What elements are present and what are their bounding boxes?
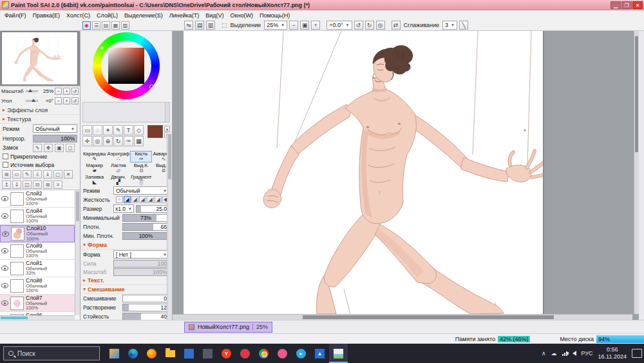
- nav-angle-slider[interactable]: [26, 100, 38, 102]
- tray-chevron-icon[interactable]: ∧: [542, 350, 546, 357]
- file-explorer-icon[interactable]: [161, 344, 180, 363]
- move-layer-down-icon[interactable]: ↧: [12, 181, 21, 189]
- persistence-slider[interactable]: 40: [122, 313, 169, 320]
- layer-list-hscrollbar[interactable]: [0, 315, 75, 320]
- tool-airbrush[interactable]: Аэрограф∴: [107, 151, 131, 162]
- nav-scale-slider[interactable]: [26, 90, 38, 92]
- saturation-value-square[interactable]: [108, 48, 144, 84]
- menu-layer[interactable]: Слой(L): [93, 12, 121, 19]
- lock-opacity-icon[interactable]: ✎: [33, 144, 42, 152]
- magic-wand-tool[interactable]: ✶: [103, 125, 113, 135]
- menu-edit[interactable]: Правка(E): [30, 12, 63, 19]
- flip-view-button[interactable]: ⇋: [184, 21, 193, 30]
- lock-pixels-icon[interactable]: ▣: [55, 144, 64, 152]
- layer-visibility-icon[interactable]: [1, 196, 8, 201]
- lock-move-icon[interactable]: ✥: [44, 144, 53, 152]
- min-density-slider[interactable]: 100%: [122, 232, 169, 240]
- layer-mask-icon[interactable]: ◫: [23, 181, 32, 189]
- strength-slider[interactable]: 100: [113, 260, 169, 268]
- rotate-cw-button[interactable]: ↻: [365, 21, 374, 30]
- shape-tool[interactable]: ◇: [134, 125, 144, 135]
- firefox-icon[interactable]: [142, 344, 161, 363]
- blend-slider[interactable]: 0: [122, 295, 169, 302]
- tool-binary-pen[interactable]: Двоич.▞: [107, 174, 131, 186]
- rotate-tool[interactable]: ↻: [113, 136, 123, 146]
- zoom-fit-button[interactable]: ▣: [300, 21, 309, 30]
- dark-app-icon[interactable]: [198, 344, 217, 363]
- eyedropper-tool[interactable]: ◎: [93, 136, 102, 146]
- chrome-icon[interactable]: [254, 344, 273, 363]
- delete-layer-icon[interactable]: ✕: [64, 170, 73, 179]
- smoothing-dropdown[interactable]: 3▼: [442, 21, 457, 30]
- widgets-icon[interactable]: [105, 344, 124, 363]
- move-tool[interactable]: ✛: [82, 136, 92, 146]
- taskbar-clock[interactable]: 0:56 16.11.2024: [598, 346, 627, 361]
- title-bar[interactable]: Paint Tool SAI 2.0 (64bit) vk.com/paintt…: [0, 0, 644, 10]
- maximize-button[interactable]: ❐: [621, 1, 632, 9]
- canvas-hscrollbar[interactable]: [173, 314, 632, 320]
- tool-brush-selected[interactable]: Кисть✑: [130, 151, 152, 162]
- layer-effects-header[interactable]: ▸Эффекты слоя: [0, 106, 80, 115]
- menu-ruler[interactable]: Линейка(T): [166, 12, 203, 19]
- layer-list-vscrollbar[interactable]: [75, 190, 80, 315]
- shape-section-header[interactable]: ▾Форма: [80, 240, 172, 250]
- hue-ring[interactable]: [93, 32, 160, 99]
- language-indicator[interactable]: РУС: [582, 350, 593, 357]
- zoom-dropdown[interactable]: 25%▼: [264, 21, 287, 30]
- menu-file[interactable]: Файл(F): [1, 12, 30, 19]
- brush-mode-dropdown[interactable]: Обычный▼: [113, 186, 169, 195]
- volume-icon[interactable]: [573, 351, 576, 356]
- document-tab[interactable]: НовыйХолст77.png 25%: [184, 322, 272, 333]
- tool-eraser[interactable]: Ластик▱: [107, 162, 131, 174]
- canvas-area[interactable]: [173, 31, 644, 320]
- selection-source-row[interactable]: Источник выбора: [0, 161, 80, 169]
- rect-select-tool[interactable]: ▭: [82, 125, 92, 135]
- tool-panel-scrollbar[interactable]: [167, 132, 172, 320]
- onedrive-cloud-icon[interactable]: ☁: [551, 350, 557, 357]
- text-tool[interactable]: T: [124, 125, 133, 135]
- layer-row[interactable]: Слой9Обычный100%: [0, 242, 75, 260]
- layer-texture-header[interactable]: ▸Текстура: [0, 115, 80, 124]
- tool-bucket[interactable]: Заливка◣: [82, 174, 107, 186]
- layer-link-icon[interactable]: ⊞: [43, 181, 52, 189]
- navigator[interactable]: [0, 31, 80, 86]
- menu-view[interactable]: Вид(V): [202, 12, 227, 19]
- tool-option-button-1[interactable]: ▤: [195, 21, 204, 30]
- minimize-button[interactable]: ▁: [611, 1, 621, 9]
- photos-icon[interactable]: ▲: [310, 344, 329, 363]
- blue-app-icon[interactable]: [180, 344, 198, 363]
- layer-row[interactable]: Слой2Обычный100%: [0, 190, 75, 208]
- nav-scale-plus-button[interactable]: +: [63, 88, 70, 95]
- color-spin-up-icon[interactable]: ▲: [164, 126, 170, 132]
- tool-marker[interactable]: Маркер▰: [82, 162, 107, 174]
- zoom-out-button[interactable]: −: [289, 21, 298, 30]
- size-unit-dropdown[interactable]: x1.0▼: [113, 204, 134, 213]
- transfer-down-icon[interactable]: ⇩: [33, 170, 42, 179]
- nav-angle-reset-button[interactable]: ↺: [71, 97, 79, 104]
- density-slider[interactable]: 66: [122, 223, 169, 231]
- color-wheel-tab[interactable]: ◉: [82, 21, 91, 30]
- menu-selection[interactable]: Выделение(S): [121, 12, 166, 19]
- hardness-5[interactable]: ◢: [147, 196, 154, 203]
- tool-selpen[interactable]: Выд.К.⊙: [130, 162, 152, 174]
- shape-scale-slider[interactable]: 100%: [113, 268, 169, 276]
- blend-section-header[interactable]: ▾Смешивание: [80, 285, 172, 294]
- menu-help[interactable]: Помощь(H): [256, 12, 293, 19]
- telegram-icon[interactable]: ▸: [292, 344, 310, 363]
- size-slider[interactable]: 25.0: [136, 205, 169, 213]
- flip-horizontal-button[interactable]: ⇄: [392, 21, 401, 30]
- color-mixer-tab[interactable]: ▤: [102, 21, 110, 30]
- layer-group-icon[interactable]: ⊟: [33, 181, 42, 189]
- lock-all-icon[interactable]: ◻: [66, 144, 75, 152]
- menu-canvas[interactable]: Холст(C): [63, 12, 93, 19]
- layer-row-selected[interactable]: Слой10Обычный100%: [0, 225, 75, 242]
- lasso-tool[interactable]: ◌: [93, 125, 102, 135]
- yandex-icon[interactable]: Y: [217, 344, 236, 363]
- color-sliders-tab[interactable]: ☰: [92, 21, 100, 30]
- pink-app-icon[interactable]: [273, 344, 292, 363]
- tool-gradient[interactable]: Градиент▒: [130, 174, 152, 186]
- red-app-icon[interactable]: [236, 344, 254, 363]
- grid-tool[interactable]: ▦: [134, 136, 144, 146]
- hardness-3[interactable]: ◢: [131, 196, 138, 203]
- swatches-tab[interactable]: ▦: [111, 21, 120, 30]
